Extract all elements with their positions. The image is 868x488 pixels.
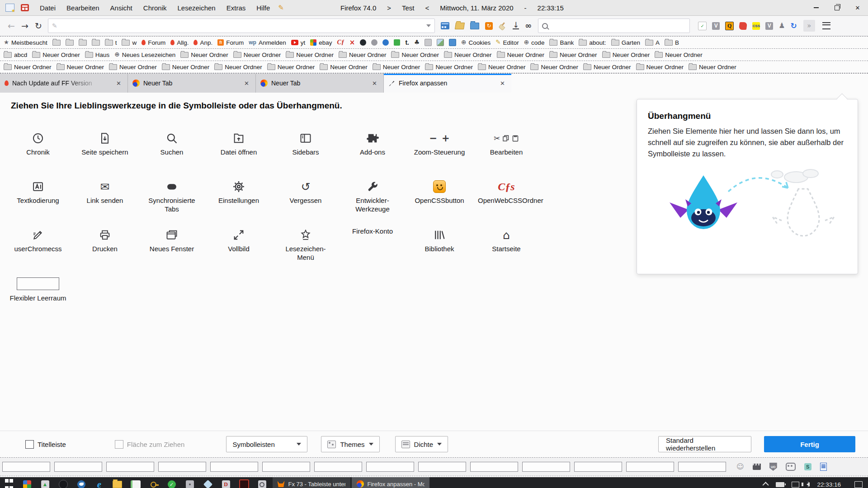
tool-chronik[interactable]: Chronik <box>5 129 71 177</box>
minimize-button[interactable] <box>806 0 826 15</box>
tool-entwickler-werkzeuge[interactable]: Entwickler-Werkzeuge <box>339 177 406 225</box>
blue-folder-icon[interactable] <box>470 23 479 29</box>
tab-neuer-tab[interactable]: Neuer Tab <box>128 74 256 93</box>
tool-openwebcssordner[interactable]: CƒsOpenWebCSSOrdner <box>473 177 540 225</box>
themes-dropdown[interactable]: Themes <box>321 436 379 452</box>
notification-center-icon[interactable] <box>854 481 863 488</box>
prism-taskbar-icon[interactable] <box>199 477 217 488</box>
empty-slot[interactable] <box>626 462 674 472</box>
forward-button[interactable] <box>18 19 32 33</box>
taskbar-window-firefox-anpassen-mo[interactable]: Firefox anpassen - Mo… <box>352 477 429 488</box>
menu-ansicht[interactable]: Ansicht <box>106 2 137 14</box>
empty-slot[interactable] <box>418 462 466 472</box>
restore-defaults-button[interactable]: Standard wiederherstellen <box>658 436 751 452</box>
search-input[interactable] <box>551 20 686 32</box>
notes-page-icon[interactable] <box>820 463 827 471</box>
bookmark-xmark[interactable] <box>349 39 355 46</box>
open-folder-icon[interactable] <box>455 23 465 29</box>
bookmark-about[interactable]: about: <box>579 39 606 46</box>
close-button[interactable] <box>847 0 868 15</box>
bookmark-forum[interactable]: f!Forum <box>217 39 244 46</box>
titlebar-checkbox[interactable] <box>25 440 34 449</box>
bookmark-t[interactable]: t <box>105 39 117 46</box>
bookmark-a[interactable]: A <box>645 39 660 46</box>
bookmark-neuer-ordner[interactable]: Neuer Ordner <box>286 52 334 58</box>
bookmark-bluedot[interactable] <box>382 39 389 46</box>
menu-extras[interactable]: Extras <box>222 2 250 14</box>
close-tab-icon[interactable] <box>242 79 251 88</box>
bookmark-tdot[interactable]: t. <box>405 39 409 46</box>
present-taskbar-icon[interactable]: ▲ <box>36 477 54 488</box>
bookmark-folder[interactable] <box>79 40 87 46</box>
v-extension-icon[interactable]: V <box>712 22 720 30</box>
toolbars-dropdown[interactable]: Symbolleisten <box>226 436 307 452</box>
v2-extension-icon[interactable]: V <box>765 22 773 30</box>
tool-lesezeichen-menü[interactable]: Lesezeichen-Menü <box>272 225 339 274</box>
bookmark-neuer-ordner[interactable]: Neuer Ordner <box>214 64 262 70</box>
cleaner-icon[interactable] <box>499 22 507 29</box>
empty-slot[interactable] <box>2 462 50 472</box>
bookmark-neuer-ordner[interactable]: Neuer Ordner <box>320 64 368 70</box>
bookmark-editor[interactable]: Editor <box>495 39 519 46</box>
bookmark-anmelden[interactable]: wpAnmelden <box>249 39 286 46</box>
tool-drucken[interactable]: Drucken <box>71 225 138 274</box>
taskbar-window-fx-73-tableiste-unten[interactable]: Fx 73 - Tableiste unten… <box>273 477 350 488</box>
bookmark-abcd[interactable]: abcd <box>4 52 27 58</box>
tool-einstellungen[interactable]: Einstellungen <box>205 177 272 225</box>
menu-bearbeiten[interactable]: Bearbeiten <box>62 2 104 14</box>
bookmark-neuer-ordner[interactable]: Neuer Ordner <box>162 64 210 70</box>
reload-button[interactable] <box>32 19 45 33</box>
menu-hamburger-icon[interactable] <box>822 22 830 29</box>
bookmark-forum[interactable]: Forum <box>142 39 165 46</box>
bookmark-neuer-ordner[interactable]: Neuer Ordner <box>444 52 492 58</box>
bookmark-neuer-ordner[interactable]: Neuer Ordner <box>689 64 736 70</box>
checker-extension-icon[interactable]: ✓ <box>698 22 707 30</box>
bookmark-neuer-ordner[interactable]: Neuer Ordner <box>425 64 473 70</box>
bookmark-neuer-ordner[interactable]: Neuer Ordner <box>32 52 80 58</box>
bookmark-yt[interactable]: yt <box>291 39 306 46</box>
menu-lesezeichen[interactable]: Lesezeichen <box>173 2 220 14</box>
edge-taskbar-icon[interactable]: e <box>90 477 108 488</box>
camera-taskbar-icon[interactable] <box>253 477 271 488</box>
overflow-chevron-icon[interactable] <box>803 20 815 32</box>
tool-flexibler-leerraum[interactable]: Flexibler Leerraum <box>5 274 71 322</box>
battery-icon[interactable] <box>776 482 784 487</box>
downloads-icon[interactable] <box>513 22 519 30</box>
close-tab-icon[interactable] <box>370 79 379 88</box>
avcheck-taskbar-icon[interactable]: ✓ <box>163 477 181 488</box>
tool-textkodierung[interactable]: Textkodierung <box>5 177 71 225</box>
search-bar[interactable] <box>538 19 690 33</box>
bookmark-page-icon[interactable] <box>5 4 14 12</box>
pencil-icon[interactable] <box>278 5 284 11</box>
bookmark-github[interactable] <box>360 39 366 46</box>
bookmark-neuer-ordner[interactable]: Neuer Ordner <box>267 64 315 70</box>
bookmark-folder[interactable] <box>92 40 100 46</box>
empty-slot[interactable] <box>522 462 570 472</box>
bookmark-neuer-ordner[interactable]: Neuer Ordner <box>478 64 526 70</box>
url-dropdown-icon[interactable] <box>426 24 431 27</box>
empty-slot[interactable] <box>678 462 726 472</box>
tool-zoom-steuerung[interactable]: −+Zoom-Steuerung <box>406 129 473 177</box>
clapper-icon[interactable] <box>753 464 761 470</box>
empty-slot[interactable] <box>574 462 622 472</box>
tool-opencssbutton[interactable]: OpenCSSbutton <box>406 177 473 225</box>
back-button[interactable] <box>5 19 18 33</box>
thunderbird-taskbar-icon[interactable] <box>72 477 90 488</box>
bookmark-greydot[interactable] <box>371 39 377 46</box>
tool-sidebars[interactable]: Sidebars <box>272 129 339 177</box>
close-tab-icon[interactable] <box>498 79 507 88</box>
q-extension-icon[interactable]: Q <box>725 22 734 30</box>
bookmark-ebay[interactable]: ebay <box>310 39 332 46</box>
network-icon[interactable] <box>792 482 799 488</box>
bookmark-neuer-ordner[interactable]: Neuer Ordner <box>373 64 420 70</box>
bookmark-cfs[interactable]: Cƒ <box>337 39 344 46</box>
person-extension-icon[interactable] <box>778 22 785 29</box>
bookmark-neuer-ordner[interactable]: Neuer Ordner <box>602 52 650 58</box>
url-bar[interactable] <box>48 19 435 33</box>
bookmark-anp[interactable]: Anp. <box>193 39 212 46</box>
empty-slot[interactable] <box>106 462 154 472</box>
bookmark-neuer-ordner[interactable]: Neuer Ordner <box>549 52 597 58</box>
private-mask-icon[interactable] <box>525 22 532 30</box>
bookmark-neuer-ordner[interactable]: Neuer Ordner <box>4 64 52 70</box>
empty-slot[interactable] <box>314 462 362 472</box>
